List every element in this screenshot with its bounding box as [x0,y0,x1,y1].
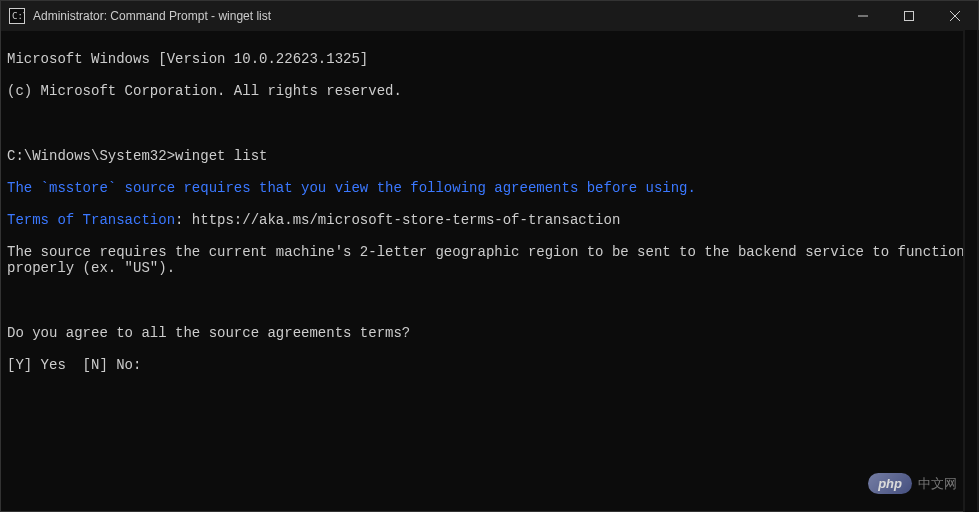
titlebar[interactable]: C:\ Administrator: Command Prompt - wing… [1,1,978,31]
region-notice: The source requires the current machine'… [7,244,972,276]
terminal-window: C:\ Administrator: Command Prompt - wing… [0,0,979,512]
command-line: C:\Windows\System32>winget list [7,148,972,164]
agreement-question: Do you agree to all the source agreement… [7,325,972,341]
maximize-button[interactable] [886,1,932,31]
scrollbar-thumb[interactable] [965,30,977,512]
prompt: C:\Windows\System32> [7,148,175,164]
command-text: winget list [175,148,267,164]
version-line: Microsoft Windows [Version 10.0.22623.13… [7,51,972,67]
terminal-output[interactable]: Microsoft Windows [Version 10.0.22623.13… [1,31,978,511]
close-button[interactable] [932,1,978,31]
php-logo: php [868,473,912,494]
terms-label: Terms of Transaction [7,212,175,228]
window-controls [840,1,978,31]
watermark-text: 中文网 [918,475,957,493]
vertical-scrollbar[interactable] [963,30,979,512]
watermark: php 中文网 [868,473,957,494]
copyright-line: (c) Microsoft Corporation. All rights re… [7,83,972,99]
msstore-notice: The `msstore` source requires that you v… [7,180,972,196]
blank-line [7,115,972,131]
cmd-icon: C:\ [9,8,25,24]
minimize-button[interactable] [840,1,886,31]
window-title: Administrator: Command Prompt - winget l… [33,9,840,23]
agreement-options: [Y] Yes [N] No: [7,357,972,373]
svg-rect-4 [905,12,914,21]
terms-line: Terms of Transaction: https://aka.ms/mic… [7,212,972,228]
svg-text:C:\: C:\ [12,11,25,21]
blank-line-2 [7,293,972,309]
terms-url: https://aka.ms/microsoft-store-terms-of-… [192,212,620,228]
terms-separator: : [175,212,192,228]
